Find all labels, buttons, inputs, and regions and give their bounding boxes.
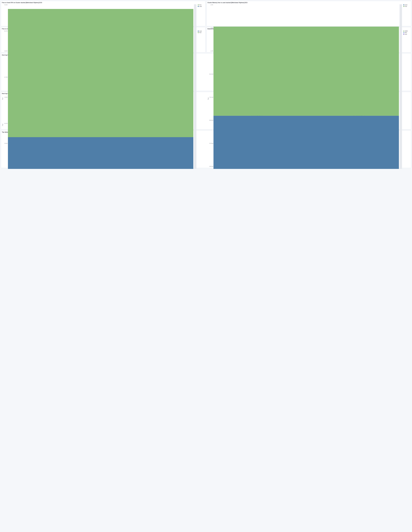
area-series[interactable] <box>8 38 193 137</box>
legend-swatch <box>198 4 199 5</box>
legend-item[interactable]: Used <box>198 30 205 32</box>
legend-item[interactable]: Free <box>403 6 410 7</box>
panel-title: Free vs Used CPU on Cluster stacked [Met… <box>2 2 205 3</box>
panel-mem-cluster[interactable]: Cluster Memory free vs used stacked [Met… <box>206 1 411 26</box>
legend-swatch <box>403 6 404 7</box>
panel-datastore[interactable]: Free vs Used Datastore [Metricbeat VSphe… <box>1 27 206 52</box>
legend-swatch <box>403 4 404 5</box>
legend-swatch <box>403 32 404 33</box>
legend-item[interactable]: Free <box>198 4 205 6</box>
area-series[interactable] <box>8 137 193 169</box>
y-ticks: 0B9.1TB18.2TB27.3TB36.4TB <box>4 30 8 169</box>
y-axis-label: Free <box>2 30 3 169</box>
legend-item[interactable]: vsan <box>403 34 410 35</box>
legend-label: VMFS <box>405 30 408 32</box>
legend-label: NFS <box>405 32 407 33</box>
legend-label: vsan <box>405 34 407 35</box>
legend-item[interactable]: VMFS <box>403 30 410 32</box>
panel-title: Cluster Memory free vs used stacked [Met… <box>207 2 410 3</box>
area-series[interactable] <box>214 116 399 169</box>
legend-label: Free <box>199 4 201 6</box>
legend-item[interactable]: Used <box>403 4 410 6</box>
legend-label: Free <box>405 6 407 7</box>
legend: VMFSNFSvsan <box>403 30 410 51</box>
dashboard: Free vs Used CPU on Cluster stacked [Met… <box>1 1 411 168</box>
area-series[interactable] <box>214 27 399 116</box>
legend-swatch <box>198 32 199 33</box>
y-ticks: 0B186.3GB372.5GB558.8GB745.1GB931.3GB1.1… <box>209 4 213 169</box>
legend-swatch <box>403 34 404 35</box>
legend-swatch <box>403 31 404 32</box>
legend-item[interactable]: NFS <box>403 32 410 33</box>
legend-swatch <box>198 31 199 32</box>
legend-item[interactable]: Used <box>198 6 205 7</box>
y-axis-label: Free <box>207 4 209 169</box>
legend-label: Used <box>199 30 202 32</box>
panel-cpu-cluster[interactable]: Free vs Used CPU on Cluster stacked [Met… <box>1 1 206 26</box>
legend-label: Used <box>405 4 407 6</box>
legend-label: Used <box>199 6 202 7</box>
legend-label: Free <box>199 32 201 33</box>
legend-item[interactable]: Free <box>198 32 205 33</box>
area-chart-datastore[interactable]: 0B9.1TB18.2TB27.3TB36.4TB <box>8 30 193 169</box>
legend-swatch <box>198 6 199 7</box>
brush-bar[interactable] <box>194 30 197 169</box>
brush-bar[interactable] <box>400 4 402 169</box>
area-chart-mem[interactable]: 0B186.3GB372.5GB558.8GB745.1GB931.3GB1.1… <box>214 4 399 169</box>
